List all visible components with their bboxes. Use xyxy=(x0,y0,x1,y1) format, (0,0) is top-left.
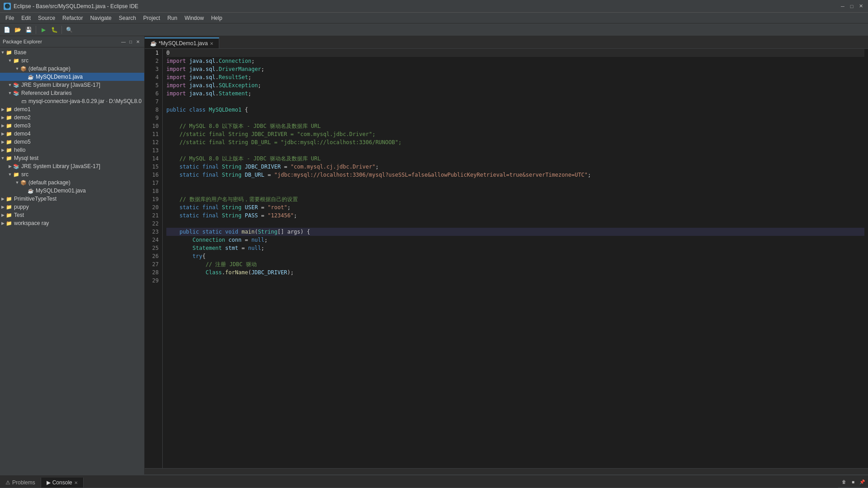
tree-item[interactable]: ▶ 📁 Test xyxy=(0,211,144,219)
tree-item[interactable]: ▶ 📁 hello xyxy=(0,146,144,154)
tree-item[interactable]: ▶ 📚 JRE System Library [JavaSE-17] xyxy=(0,162,144,170)
pe-minimize-button[interactable]: — xyxy=(120,38,127,45)
tree-node-label: workspace ray xyxy=(14,220,49,226)
close-button[interactable]: ✕ xyxy=(857,3,864,10)
line-numbers: 1234567891011121314151617181920212223242… xyxy=(145,49,163,468)
menu-item-search[interactable]: Search xyxy=(115,14,140,22)
tab-close-button[interactable]: ✕ xyxy=(210,41,213,46)
code-line: import java.sql.DriverManager; xyxy=(166,65,864,73)
editor-area: ☕ *MySQLDemo1.java ✕ 1234567891011121314… xyxy=(145,36,868,474)
tree-node-label: demo4 xyxy=(14,131,31,137)
tree-node-icon: 📚 xyxy=(13,163,20,170)
tree-node-icon: 📁 xyxy=(5,106,13,113)
minimize-button[interactable]: ─ xyxy=(839,3,846,10)
pe-header: Package Explorer — □ ✕ xyxy=(0,36,144,47)
editor-horizontal-scrollbar[interactable] xyxy=(145,468,868,474)
code-line xyxy=(166,277,864,285)
code-line: try{ xyxy=(166,252,864,260)
line-number: 6 xyxy=(148,89,159,98)
run-button[interactable]: ▶ xyxy=(38,25,48,35)
code-line xyxy=(166,220,864,228)
line-number: 24 xyxy=(148,236,159,244)
line-number: 8 xyxy=(148,106,159,114)
tree-node-icon: ☕ xyxy=(27,187,34,194)
pe-maximize-button[interactable]: □ xyxy=(127,38,134,45)
code-editor[interactable]: 1234567891011121314151617181920212223242… xyxy=(145,49,868,468)
tree-item[interactable]: ▶ 📁 demo2 xyxy=(0,113,144,122)
console-pin-button[interactable]: 📌 xyxy=(858,478,866,486)
line-number: 1 xyxy=(148,49,159,57)
package-explorer: Package Explorer — □ ✕ ▼ 📁 Base ▼ 📁 src … xyxy=(0,36,145,474)
menu-bar: FileEditSourceRefactorNavigateSearchProj… xyxy=(0,13,868,23)
code-line: import java.sql.ResultSet; xyxy=(166,73,864,81)
tree-item[interactable]: ▶ 📁 demo5 xyxy=(0,138,144,146)
tree-item[interactable]: ▶ 📁 PrimitiveTypeTest xyxy=(0,195,144,203)
pe-close-button[interactable]: ✕ xyxy=(134,38,142,45)
menu-item-project[interactable]: Project xyxy=(140,14,164,22)
tab-problems[interactable]: ⚠ Problems xyxy=(0,478,41,488)
tree-arrow: ▶ xyxy=(0,140,5,144)
tree-item[interactable]: ▼ 📦 (default package) xyxy=(0,65,144,73)
tree-arrow: ▼ xyxy=(7,58,13,63)
title-controls: ─ □ ✕ xyxy=(839,3,864,10)
tree-item[interactable]: ▼ 📁 Base xyxy=(0,48,144,56)
tree-item[interactable]: ▼ 📁 Mysql test xyxy=(0,154,144,162)
menu-item-refactor[interactable]: Refactor xyxy=(59,14,86,22)
tree-item[interactable]: ▼ 📁 src xyxy=(0,56,144,65)
tree-item[interactable]: ▼ 📚 JRE System Library [JavaSE-17] xyxy=(0,81,144,89)
tree-node-label: demo3 xyxy=(14,122,31,129)
code-content[interactable]: 0import java.sql.Connection;import java.… xyxy=(163,49,868,468)
menu-item-window[interactable]: Window xyxy=(181,14,208,22)
tree-node-icon: 📚 xyxy=(13,89,20,97)
tree-item[interactable]: ▶ 📁 demo1 xyxy=(0,105,144,113)
console-stop-button[interactable]: ■ xyxy=(849,478,857,486)
tree-node-label: (default package) xyxy=(28,66,71,72)
line-number: 17 xyxy=(148,179,159,187)
menu-item-file[interactable]: File xyxy=(2,14,18,22)
open-button[interactable]: 📂 xyxy=(13,25,23,35)
tree-item[interactable]: ▶ 📁 puppy xyxy=(0,203,144,211)
search-button[interactable]: 🔍 xyxy=(64,25,74,35)
tree-node-icon: 📁 xyxy=(5,138,13,145)
line-number: 2 xyxy=(148,57,159,65)
menu-item-run[interactable]: Run xyxy=(164,14,181,22)
tree-item[interactable]: ▼ 📁 src xyxy=(0,170,144,178)
tree-item[interactable]: ▼ 📦 (default package) xyxy=(0,178,144,187)
tree-node-label: Referenced Libraries xyxy=(21,90,71,96)
code-line: // MySQL 8.0 以上版本 - JDBC 驱动名及数据库 URL xyxy=(166,155,864,163)
menu-item-edit[interactable]: Edit xyxy=(18,14,34,22)
menu-item-navigate[interactable]: Navigate xyxy=(86,14,115,22)
save-button[interactable]: 💾 xyxy=(24,25,33,35)
tree-item[interactable]: ▶ 📁 demo3 xyxy=(0,122,144,130)
bottom-toolbar: 🗑 ■ 📌 xyxy=(838,477,868,488)
console-clear-button[interactable]: 🗑 xyxy=(840,478,848,486)
problems-icon: ⚠ xyxy=(5,479,10,486)
editor-tabs: ☕ *MySQLDemo1.java ✕ xyxy=(145,36,868,49)
tree-node-label: JRE System Library [JavaSE-17] xyxy=(21,163,100,169)
tree-item[interactable]: ☕ MySQLDemo01.java xyxy=(0,187,144,195)
tree-item[interactable]: ▶ 📁 demo4 xyxy=(0,130,144,138)
line-number: 22 xyxy=(148,220,159,228)
tree-item[interactable]: ▶ 📁 workspace ray xyxy=(0,219,144,227)
tree-item[interactable]: 🗃 mysql-connector-java-8.0.29.jar · D:\M… xyxy=(0,97,144,105)
menu-item-source[interactable]: Source xyxy=(34,14,59,22)
tree-node-label: src xyxy=(21,171,28,178)
code-line: import java.sql.Statement; xyxy=(166,89,864,98)
tree-node-icon: ☕ xyxy=(27,73,34,80)
console-close-button[interactable]: ✕ xyxy=(74,480,78,485)
line-number: 10 xyxy=(148,122,159,130)
tree-item[interactable]: ▼ 📚 Referenced Libraries xyxy=(0,89,144,97)
maximize-button[interactable]: □ xyxy=(848,3,855,10)
tree-node-icon: 📁 xyxy=(5,49,13,56)
tab-console[interactable]: ▶ Console ✕ xyxy=(41,478,84,488)
editor-tab-mysqlDemo1[interactable]: ☕ *MySQLDemo1.java ✕ xyxy=(145,38,219,48)
tree-arrow: ▶ xyxy=(7,164,13,169)
tree-arrow: ▼ xyxy=(14,66,20,71)
tree-item[interactable]: ☕ MySQLDemo1.java xyxy=(0,73,144,81)
code-line: //static final String JDBC_DRIVER = "com… xyxy=(166,130,864,138)
new-button[interactable]: 📄 xyxy=(2,25,12,35)
menu-item-help[interactable]: Help xyxy=(208,14,226,22)
tree-node-label: Mysql test xyxy=(14,155,38,161)
tree-node-label: Test xyxy=(14,212,24,218)
debug-button[interactable]: 🐛 xyxy=(49,25,59,35)
